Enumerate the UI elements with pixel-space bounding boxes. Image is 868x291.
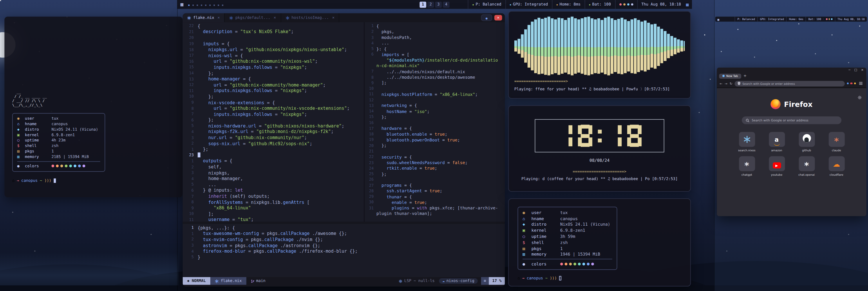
fetch-icon: ◆ bbox=[523, 222, 531, 227]
visualizer-bar bbox=[647, 22, 650, 69]
app-launcher-icon[interactable]: ▦ bbox=[177, 2, 187, 7]
reload-button[interactable]: ↻ bbox=[730, 81, 733, 85]
shortcut-chatgpt[interactable]: *chatgpt bbox=[735, 156, 758, 176]
code-text: inputs.nixpkgs.follows = "nixpkgs"; bbox=[197, 88, 364, 93]
prompt-chevrons: ))) bbox=[44, 178, 51, 183]
gear-icon[interactable] bbox=[858, 91, 862, 102]
editor-pane-flake[interactable]: 22{21 description = "tux's NixOS Flake";… bbox=[183, 22, 364, 222]
shortcut-tile-box: * bbox=[799, 156, 815, 171]
extension-icons[interactable] bbox=[847, 83, 856, 85]
buffer-toggle-button[interactable]: ◉ bbox=[481, 14, 492, 21]
visualizer-bar bbox=[637, 20, 640, 72]
tab-flake-nix[interactable]: flake.nix× bbox=[183, 13, 225, 22]
tray-icon[interactable] bbox=[829, 18, 830, 20]
tag-icon[interactable]: ▪ bbox=[196, 3, 198, 6]
line-number: 2 bbox=[183, 165, 198, 169]
code-text: hostName = "iso"; bbox=[377, 109, 505, 114]
code-text: pkgs, bbox=[377, 29, 505, 34]
cloudflare-icon: ☁ bbox=[833, 158, 840, 169]
app-launcher-icon[interactable]: ▦ bbox=[715, 18, 721, 21]
code-line: 20 bbox=[183, 35, 364, 41]
tag-icon[interactable]: ▪ bbox=[192, 3, 194, 6]
fetch-value: 3h 59m bbox=[560, 234, 612, 239]
tag-icon[interactable]: ▪ bbox=[200, 3, 203, 6]
extension-icon[interactable] bbox=[847, 83, 849, 85]
fetch-panel[interactable]: ◉usertux⌂hnamecanopus◆distroNixOS 24.11 … bbox=[508, 198, 691, 286]
new-tab-button[interactable]: + bbox=[744, 74, 747, 78]
code-text: bluetooth.powerOnBoot = true; bbox=[377, 137, 505, 142]
browser-tab[interactable]: New Tab bbox=[719, 74, 741, 79]
maximize-button[interactable]: □ bbox=[855, 68, 857, 72]
close-button[interactable]: × bbox=[861, 68, 864, 72]
shortcut-amazon[interactable]: aamazon bbox=[765, 132, 788, 152]
extension-icon[interactable] bbox=[854, 83, 856, 85]
tag-icon[interactable]: ▪ bbox=[209, 3, 211, 6]
line-number: 1 bbox=[183, 226, 198, 230]
window-close-button[interactable]: × bbox=[494, 15, 502, 21]
fetch-icon: ◆ bbox=[17, 127, 25, 132]
clock-colon bbox=[598, 129, 601, 142]
code-line: 7 inherit (self) outputs; bbox=[183, 194, 364, 199]
water-reflection bbox=[0, 252, 178, 291]
firefox-window[interactable]: ─□× New Tab + ← → ↻ Search with Google o… bbox=[717, 68, 866, 216]
tab-hosts-isoImag-[interactable]: hosts/isoImag...× bbox=[281, 13, 340, 22]
search-placeholder: Search with Google or enter address bbox=[752, 118, 808, 122]
pane-separator-horizontal[interactable] bbox=[183, 222, 505, 224]
code-text: { bbox=[377, 24, 505, 28]
layout-icon[interactable]: ▦ bbox=[685, 2, 692, 7]
tray-icon[interactable] bbox=[826, 18, 828, 20]
shortcut-cloudflare[interactable]: ☁cloudflare bbox=[825, 156, 848, 176]
urlbar[interactable]: Search with Google or enter address bbox=[735, 81, 844, 86]
back-button[interactable]: ← bbox=[720, 81, 723, 85]
shortcut-chat.openai[interactable]: *chat.openai bbox=[795, 156, 818, 176]
status-segments: P: BalancedGPU: IntegratedHome: 6msBat: … bbox=[735, 17, 823, 22]
search.nixos-icon bbox=[743, 136, 750, 143]
workspace-button-3[interactable]: 3 bbox=[435, 1, 442, 7]
code-text: ../../modules/nixos/desktop/awesome bbox=[377, 75, 505, 80]
workspace-button-2[interactable]: 2 bbox=[427, 1, 434, 7]
clock-panel[interactable]: 08/08/24 ======================> Playing… bbox=[508, 106, 691, 192]
tag-icon[interactable]: ▪ bbox=[213, 3, 215, 6]
menu-button[interactable] bbox=[858, 81, 864, 86]
tag-icon[interactable]: ▪ bbox=[218, 3, 220, 6]
code-text: inherit (self) outputs; bbox=[197, 194, 364, 199]
tray-icon[interactable] bbox=[623, 3, 625, 5]
editor-window[interactable]: flake.nix×pkgs/default...×hosts/isoImag.… bbox=[183, 13, 505, 287]
tab-close-button[interactable]: × bbox=[274, 16, 276, 20]
fetch-row: ⌂hnamecanopus bbox=[523, 215, 612, 222]
tag-icon[interactable]: ▪ bbox=[205, 3, 207, 6]
tray-icon[interactable] bbox=[631, 3, 633, 5]
tray-icon[interactable] bbox=[619, 3, 621, 5]
minimize-button[interactable]: ─ bbox=[848, 68, 850, 72]
workspace-switcher: 1234 bbox=[420, 1, 450, 7]
code-line: 26 bbox=[365, 177, 505, 183]
line-number: 23 bbox=[365, 160, 376, 165]
clock-digit-1 bbox=[607, 124, 621, 147]
status-icon: ▪ bbox=[556, 3, 558, 6]
shortcut-claude[interactable]: *claude bbox=[825, 132, 848, 152]
tab-close-button[interactable]: × bbox=[218, 16, 220, 20]
workspace-button-4[interactable]: 4 bbox=[443, 1, 450, 7]
firefox-logo-row: Firefox bbox=[717, 88, 866, 109]
shortcut-github[interactable]: github bbox=[795, 132, 818, 152]
shortcut-search.nixos[interactable]: search.nixos bbox=[735, 132, 758, 152]
tray-icon[interactable] bbox=[831, 18, 833, 20]
code-line: 6 imports = [ bbox=[365, 52, 505, 58]
code-text: }; bbox=[197, 118, 364, 122]
code-line: 20 }; bbox=[365, 143, 505, 149]
terminal-window[interactable]: __ / /_ __ ____ __ / __/ // /\ \ / \__/\… bbox=[4, 17, 183, 197]
shortcut-youtube[interactable]: ▶youtube bbox=[765, 156, 788, 176]
visualizer-panel[interactable]: ======================> Playing: ffee fo… bbox=[508, 11, 691, 98]
forward-button[interactable]: → bbox=[725, 81, 727, 85]
tag-icon[interactable]: ▪ bbox=[222, 3, 224, 6]
search-input[interactable]: Search with Google or enter address bbox=[742, 116, 841, 124]
tab-pkgs-default-[interactable]: pkgs/default...× bbox=[225, 13, 281, 22]
tab-close-button[interactable]: × bbox=[332, 16, 335, 20]
workspace-button-1[interactable]: 1 bbox=[420, 1, 426, 7]
tray-icon[interactable] bbox=[627, 3, 629, 5]
editor-pane-pkgs[interactable]: 1{pkgs, ...}: {1 tux-awesome-wm-config =… bbox=[183, 224, 505, 277]
code-line: plugin thunar-volman]; bbox=[365, 211, 505, 217]
tag-icon[interactable]: ▪ bbox=[188, 3, 190, 6]
extension-icon[interactable] bbox=[850, 83, 852, 85]
editor-pane-iso[interactable]: 1{2 pkgs,3 modulesPath,4 ...5}: {6 impor… bbox=[365, 22, 505, 222]
